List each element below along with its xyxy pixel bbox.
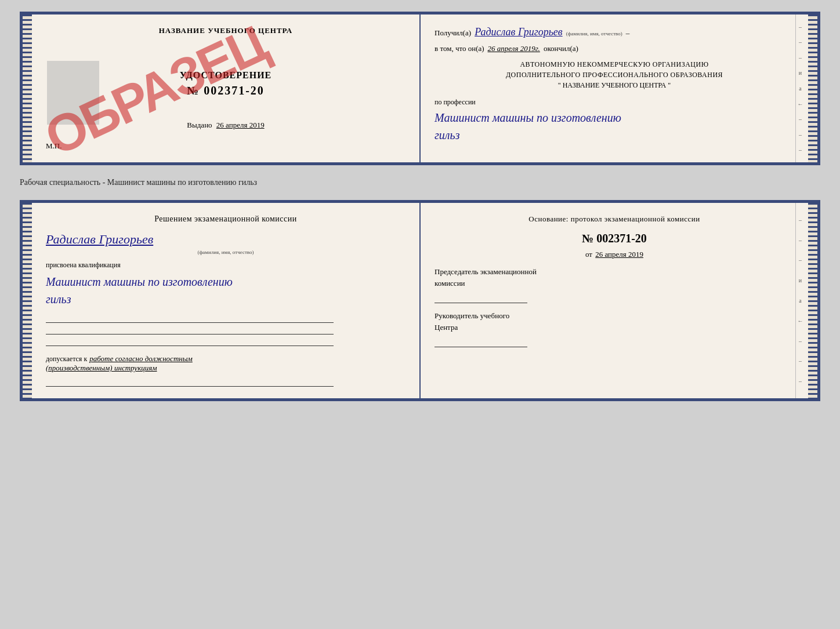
leader-signature-line — [435, 337, 527, 347]
mark1: – — [799, 24, 802, 30]
top-document-wrapper: НАЗВАНИЕ УЧЕБНОГО ЦЕНТРА ОБРАЗЕЦ УДОСТОВ… — [20, 12, 820, 165]
bmark-a: а — [799, 297, 801, 304]
issued-label: Выдано — [187, 121, 212, 129]
assigned-label: присвоена квалификация — [46, 261, 405, 270]
org-quote-open: " — [558, 81, 561, 89]
left-border-decoration — [23, 14, 32, 162]
top-doc-body: НАЗВАНИЕ УЧЕБНОГО ЦЕНТРА ОБРАЗЕЦ УДОСТОВ… — [32, 14, 808, 162]
bottom-document-wrapper: Решением экзаменационной комиссии Радисл… — [20, 200, 820, 401]
org-name-center: НАЗВАНИЕ УЧЕБНОГО ЦЕНТРА — [563, 81, 667, 89]
org-line3: " НАЗВАНИЕ УЧЕБНОГО ЦЕНТРА " — [435, 81, 794, 90]
dash1: – — [626, 28, 630, 38]
received-line: Получил(а) Радислав Григорьев (фамилия, … — [435, 26, 794, 38]
org-quote-close: " — [668, 81, 671, 89]
cert-label: УДОСТОВЕРЕНИЕ — [46, 70, 405, 81]
blank-line-3 — [46, 337, 334, 346]
received-label: Получил(а) — [435, 28, 471, 38]
bmark1: – — [799, 217, 802, 223]
left-border-decoration-bottom — [23, 203, 32, 398]
bmark6: – — [799, 378, 802, 384]
mp-label: М.П. — [46, 141, 405, 151]
mark-i: и — [799, 70, 802, 76]
separator-label: Рабочая специальность - Машинист машины … — [20, 176, 820, 190]
mark4: – — [799, 116, 802, 122]
right-margin-marks-top: – – – и а ← – – – — [795, 14, 805, 162]
in-that-line: в том, что он(а) 26 апреля 2019г. окончи… — [435, 44, 794, 53]
bmark5: – — [799, 358, 802, 364]
person-name-cursive: Радислав Григорьев — [46, 232, 153, 246]
center-leader2: Центра — [435, 323, 794, 332]
mark-arrow: ← — [798, 101, 803, 107]
org-line2: ДОПОЛНИТЕЛЬНОГО ПРОФЕССИОНАЛЬНОГО ОБРАЗО… — [435, 71, 794, 79]
basis-title: Основание: протокол экзаменационной коми… — [435, 214, 794, 224]
mark6: – — [799, 147, 802, 153]
protocol-number: № 002371-20 — [435, 232, 794, 245]
qualification-name: Машинист машины по изготовлению гильз — [46, 273, 405, 308]
bottom-document: Решением экзаменационной комиссии Радисл… — [20, 200, 820, 401]
center-leader: Руководитель учебного — [435, 311, 794, 321]
bmark-i: и — [799, 277, 802, 283]
allowed-cursive-2: (производственным) инструкциям — [46, 363, 405, 373]
allowed-section: допускается к работе согласно должностны… — [46, 354, 405, 363]
profession-block-top: по профессии Машинист машины по изготовл… — [435, 98, 794, 144]
protocol-date-line: от 26 апреля 2019 — [435, 250, 794, 259]
mark5: – — [799, 132, 802, 138]
allowed-cursive: работе согласно должностным — [89, 354, 193, 363]
allowed-label: допускается к — [46, 355, 87, 363]
fio-sub: (фамилия, имя, отчество) — [46, 249, 405, 255]
cert-number: № 002371-20 — [46, 84, 405, 97]
protocol-date: 26 апреля 2019 — [595, 250, 643, 259]
bmark4: – — [799, 338, 802, 344]
bmark-arrow: ← — [798, 318, 803, 324]
completion-date: 26 апреля 2019г. — [488, 44, 540, 53]
cert-institution-title: НАЗВАНИЕ УЧЕБНОГО ЦЕНТРА — [46, 26, 405, 35]
mark-a: а — [799, 85, 801, 92]
bottom-doc-body: Решением экзаменационной комиссии Радисл… — [32, 203, 808, 398]
org-line1: АВТОНОМНУЮ НЕКОММЕРЧЕСКУЮ ОРГАНИЗАЦИЮ — [435, 60, 794, 69]
right-border-decoration-bottom — [808, 203, 817, 398]
decision-title: Решением экзаменационной комиссии — [46, 214, 405, 224]
right-margin-marks-bottom: – – – и а ← – – – — [795, 203, 805, 398]
bmark3: – — [799, 257, 802, 263]
cert-block: УДОСТОВЕРЕНИЕ № 002371-20 — [46, 70, 405, 97]
commission-chair: Председатель экзаменационной — [435, 267, 794, 277]
profession-name-cursive: Машинист машины по изготовлению гильз — [435, 109, 794, 144]
profession-label: по профессии — [435, 98, 794, 107]
blank-line-1 — [46, 314, 334, 323]
bmark2: – — [799, 237, 802, 243]
top-doc-right: Получил(а) Радислав Григорьев (фамилия, … — [421, 14, 808, 162]
chair-signature-line — [435, 293, 527, 303]
top-document: НАЗВАНИЕ УЧЕБНОГО ЦЕНТРА ОБРАЗЕЦ УДОСТОВ… — [20, 12, 820, 165]
issued-date: 26 апреля 2019 — [216, 121, 265, 129]
mark3: – — [799, 54, 802, 61]
recipient-name: Радислав Григорьев — [475, 26, 563, 38]
top-doc-left: НАЗВАНИЕ УЧЕБНОГО ЦЕНТРА ОБРАЗЕЦ УДОСТОВ… — [32, 14, 421, 162]
commission-chair2: комиссии — [435, 279, 794, 288]
bottom-doc-right: Основание: протокол экзаменационной коми… — [421, 203, 808, 398]
protocol-date-prefix: от — [585, 250, 592, 259]
mark2: – — [799, 39, 802, 45]
in-that-label: в том, что он(а) — [435, 44, 484, 53]
bottom-doc-left: Решением экзаменационной комиссии Радисл… — [32, 203, 421, 398]
cert-issued-line: Выдано 26 апреля 2019 — [46, 121, 405, 130]
fio-hint-top: (фамилия, имя, отчество) — [566, 31, 622, 37]
org-block: АВТОНОМНУЮ НЕКОММЕРЧЕСКУЮ ОРГАНИЗАЦИЮ ДО… — [435, 60, 794, 90]
finished-label: окончил(а) — [544, 44, 578, 53]
blank-line-4 — [46, 377, 334, 387]
person-name-block: Радислав Григорьев — [46, 232, 405, 247]
right-border-decoration-top — [808, 14, 817, 162]
blank-line-2 — [46, 325, 334, 335]
